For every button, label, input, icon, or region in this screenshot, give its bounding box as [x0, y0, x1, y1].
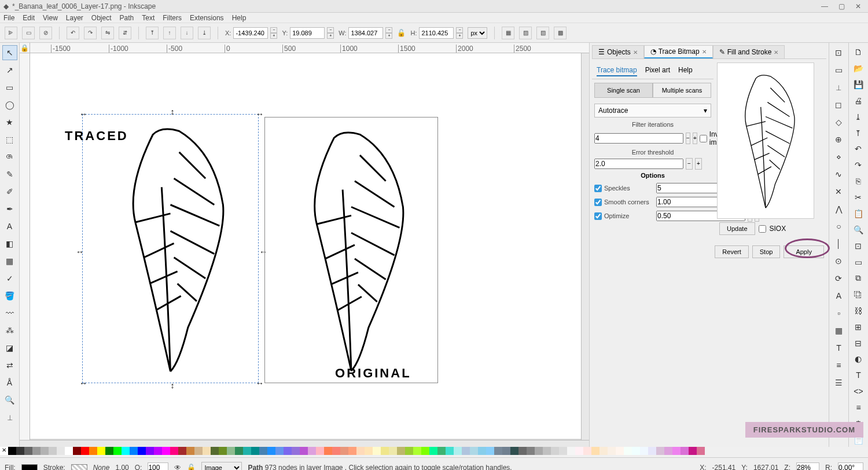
color-swatch[interactable] [616, 447, 624, 455]
color-swatch[interactable] [470, 447, 478, 455]
color-swatch[interactable] [510, 447, 518, 455]
fill-stroke-icon[interactable]: ◐ [851, 352, 866, 366]
snap-page-icon[interactable]: ▫ [831, 306, 846, 321]
menu-path[interactable]: Path [120, 14, 134, 22]
color-swatch[interactable] [324, 447, 332, 455]
snap-obj-center-icon[interactable]: ⊙ [831, 254, 846, 269]
color-swatch[interactable] [462, 447, 470, 455]
error-threshold-input[interactable] [594, 159, 683, 169]
menu-object[interactable]: Object [91, 14, 112, 22]
color-swatch[interactable] [365, 447, 373, 455]
spray-tool-icon[interactable]: ⁂ [2, 323, 17, 338]
snap-line-mid-icon[interactable]: │ [831, 236, 846, 251]
fill-indicator[interactable] [21, 464, 38, 471]
revert-button[interactable]: Revert [715, 245, 748, 258]
snap-corner-icon[interactable]: ◻ [831, 97, 846, 112]
group-icon[interactable]: ⊞ [851, 320, 866, 334]
color-swatch[interactable] [227, 447, 235, 455]
color-swatch[interactable] [146, 447, 154, 455]
color-swatch[interactable] [170, 447, 178, 455]
filter-iterations-input[interactable] [594, 133, 683, 144]
menu-help[interactable]: Help [232, 14, 247, 22]
color-swatch[interactable] [543, 447, 551, 455]
color-swatch[interactable] [275, 447, 284, 455]
select-layer-icon[interactable]: ▭ [22, 27, 35, 39]
y-inc[interactable]: + [327, 33, 334, 39]
x-inc[interactable]: + [270, 33, 277, 39]
stroke-width[interactable]: 1.00 [115, 464, 128, 471]
rect-tool-icon[interactable]: ▭ [2, 80, 17, 95]
close-icon[interactable]: ✕ [774, 49, 778, 56]
color-swatch[interactable] [421, 447, 429, 455]
speckles-checkbox[interactable] [594, 185, 602, 192]
color-swatch[interactable] [267, 447, 275, 455]
color-swatch[interactable] [559, 447, 567, 455]
color-swatch[interactable] [49, 447, 57, 455]
selector-tool-icon[interactable]: ↖ [2, 45, 17, 60]
calligraphy-tool-icon[interactable]: ✒ [2, 201, 17, 216]
xml-icon[interactable]: <> [851, 384, 866, 398]
save-icon[interactable]: 💾 [851, 78, 866, 91]
color-swatch[interactable] [122, 447, 130, 455]
tab-objects[interactable]: ☰Objects✕ [592, 45, 644, 58]
color-swatch[interactable] [648, 447, 656, 455]
dropper-tool-icon[interactable]: ✓ [2, 271, 17, 286]
snap-midpoint-icon[interactable]: ◇ [831, 115, 846, 130]
eraser-tool-icon[interactable]: ◪ [2, 340, 17, 355]
apply-button[interactable]: Apply [784, 245, 824, 258]
color-swatch[interactable] [251, 447, 259, 455]
color-swatch[interactable] [292, 447, 300, 455]
zoom-page-icon[interactable]: ▭ [851, 255, 866, 269]
snap-guide-icon[interactable]: T [831, 340, 846, 355]
duplicate-icon[interactable]: ⧉ [851, 271, 866, 285]
close-icon[interactable]: ✕ [855, 2, 861, 10]
siox-checkbox[interactable] [759, 225, 766, 233]
stroke-indicator[interactable] [71, 464, 87, 471]
undo-icon[interactable]: ↶ [851, 142, 866, 156]
star-tool-icon[interactable]: ★ [2, 115, 17, 130]
flip-v-icon[interactable]: ⇵ [119, 27, 131, 39]
w-input[interactable] [348, 27, 383, 39]
color-swatch[interactable] [632, 447, 640, 455]
raise-top-icon[interactable]: ⤒ [146, 27, 159, 39]
color-swatch[interactable] [599, 447, 608, 455]
color-swatch[interactable] [138, 447, 146, 455]
measure-tool-icon[interactable]: ⟂ [2, 410, 17, 425]
color-swatch[interactable] [113, 447, 122, 455]
color-swatch[interactable] [551, 447, 559, 455]
color-swatch[interactable] [583, 447, 591, 455]
color-swatch[interactable] [65, 447, 73, 455]
pencil-tool-icon[interactable]: ✐ [2, 184, 17, 199]
color-swatch[interactable] [154, 447, 162, 455]
snap-center-icon[interactable]: ⊕ [831, 132, 846, 147]
color-swatch[interactable] [24, 447, 32, 455]
unit-select[interactable]: px [468, 27, 487, 39]
color-swatch[interactable] [16, 447, 24, 455]
color-swatch[interactable] [640, 447, 648, 455]
import-icon[interactable]: ⤓ [851, 110, 866, 124]
bezier-tool-icon[interactable]: ✎ [2, 167, 17, 182]
color-swatch[interactable] [454, 447, 462, 455]
single-scan-button[interactable]: Single scan [594, 83, 653, 98]
snap-text-baseline-icon[interactable]: A [831, 288, 846, 303]
rotate-cw-icon[interactable]: ↷ [84, 27, 97, 39]
color-swatch[interactable] [591, 447, 599, 455]
rotate-ccw-icon[interactable]: ↶ [67, 27, 79, 39]
color-swatch[interactable] [316, 447, 324, 455]
w-dec[interactable]: − [385, 27, 392, 33]
h-dec[interactable]: − [456, 27, 463, 33]
color-swatch[interactable] [89, 447, 97, 455]
lpe-tool-icon[interactable]: Å [2, 375, 17, 390]
maximize-icon[interactable]: ▢ [838, 2, 845, 10]
zoom-sel-icon[interactable]: 🔍 [851, 223, 866, 237]
opacity-input[interactable] [148, 462, 168, 471]
color-swatch[interactable] [219, 447, 227, 455]
color-swatch[interactable] [689, 447, 697, 455]
stop-button[interactable]: Stop [752, 245, 781, 258]
ungroup-icon[interactable]: ⊟ [851, 336, 866, 350]
color-swatch[interactable] [308, 447, 316, 455]
open-icon[interactable]: 📂 [851, 61, 866, 75]
color-swatch[interactable] [130, 447, 138, 455]
original-image[interactable] [264, 117, 438, 383]
color-swatch[interactable] [243, 447, 251, 455]
